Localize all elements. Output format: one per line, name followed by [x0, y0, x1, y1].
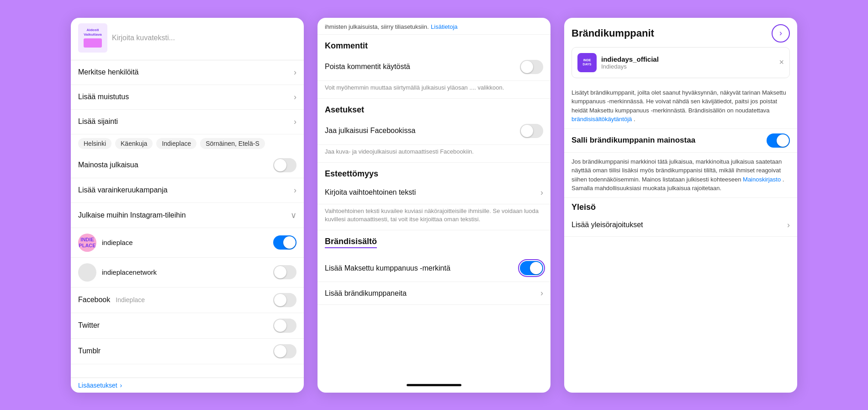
alt-text-description: Vaihtoehtoinen teksti kuvailee kuviasi n…	[318, 204, 550, 230]
campaign-item[interactable]: Lisää varainkeruukampanja ›	[71, 178, 304, 203]
advertise-toggle[interactable]	[273, 158, 296, 172]
tumblr-toggle[interactable]	[273, 344, 296, 358]
chevron-right-icon: ›	[540, 288, 543, 298]
avatar-indieplacenetwork	[78, 263, 96, 282]
paid-partnership-toggle[interactable]	[520, 261, 543, 275]
chevron-right-icon: ›	[294, 117, 296, 127]
chevron-right-icon: ›	[787, 220, 790, 230]
allow-brand-advertise-row[interactable]: Salli brändikumppanin mainostaa	[564, 128, 797, 153]
audience-section-title: Yleisö	[564, 197, 797, 214]
brand-policy-link[interactable]: brändisisältökäytäntöjä	[572, 116, 632, 122]
ad-library-link[interactable]: Mainoskirjasto	[743, 176, 781, 183]
settings-section-header: Asetukset	[318, 99, 550, 117]
bottom-settings-link[interactable]: Lisäasetukset ›	[71, 378, 304, 393]
remove-partner-button[interactable]: ×	[779, 58, 784, 67]
twitter-share-item[interactable]: Twitter	[71, 313, 304, 339]
brand-partners-header: Brändikumppanit ›	[564, 18, 797, 47]
add-reminder-item[interactable]: Lisää muistutus ›	[71, 85, 304, 110]
panel-advanced-settings: ihmisten julkaisuista, siirry tiliasetuk…	[318, 18, 550, 393]
advertise-item[interactable]: Mainosta julkaisua	[71, 153, 304, 178]
add-brand-partners-row[interactable]: Lisää brändikumppaneita ›	[318, 282, 550, 305]
info-text: ihmisten julkaisuista, siirry tiliasetuk…	[325, 23, 429, 30]
allow-brand-advertise-toggle[interactable]	[767, 133, 790, 148]
add-audience-restrictions-row[interactable]: Lisää yleisörajoitukset ›	[564, 214, 797, 237]
tumblr-share-item[interactable]: Tumblr	[71, 339, 304, 364]
caption-input[interactable]: Kirjoita kuvateksti...	[112, 34, 296, 42]
chevron-right-icon: ›	[294, 92, 296, 102]
forward-button[interactable]: ›	[772, 24, 790, 43]
disable-comments-row[interactable]: Poista kommentit käytöstä	[318, 53, 550, 81]
tag-helsinki[interactable]: Helsinki	[78, 138, 111, 149]
twitter-toggle[interactable]	[273, 319, 296, 333]
post-thumbnail: AidostiVaikuttava	[78, 23, 107, 53]
facebook-share-item[interactable]: Facebook Indieplace	[71, 288, 304, 313]
brand-content-row: Brändisisältö	[318, 230, 550, 255]
chevron-right-icon: ›	[294, 68, 296, 77]
facebook-toggle[interactable]	[273, 293, 296, 307]
chevron-right-icon: ›	[540, 188, 543, 197]
tag-kaenkuja[interactable]: Käenkuja	[115, 138, 153, 149]
brand-description-text: Lisätyt brändikumppanit, joilta olet saa…	[564, 84, 797, 128]
add-location-item[interactable]: Lisää sijainti ›	[71, 110, 304, 134]
indieplacenetwork-toggle[interactable]	[273, 265, 296, 279]
comments-description: Voit myöhemmin muuttaa siirtymällä julka…	[318, 81, 550, 99]
brand-partner-row: INDEDAYS indiedays_official Indiedays ×	[577, 53, 784, 72]
brand-advertise-description: Jos brändikumppanisi markkinoi tätä julk…	[564, 153, 797, 197]
accessibility-section-header: Esteettömyys	[318, 163, 550, 181]
avatar-indieplace: INDIEPLACE	[78, 234, 96, 252]
indieplace-toggle[interactable]	[273, 235, 296, 250]
share-facebook-row[interactable]: Jaa julkaisusi Facebookissa	[318, 117, 550, 145]
brand-logo: INDEDAYS	[577, 53, 597, 72]
info-link[interactable]: Lisätietoja	[431, 23, 458, 30]
account-indieplace[interactable]: INDIEPLACE indieplace	[71, 228, 304, 258]
home-indicator	[407, 384, 461, 386]
settings-scroll: Merkitse henkilöitä › Lisää muistutus › …	[71, 60, 304, 393]
share-fb-description: Jaa kuva- ja videojulkaisusi automaattis…	[318, 145, 550, 163]
tag-sornäinen[interactable]: Sörnäinen, Etelä-S	[200, 138, 265, 149]
account-indieplacenetwork[interactable]: indieplacenetwork	[71, 258, 304, 288]
alt-text-row[interactable]: Kirjoita vaihtoehtoinen teksti ›	[318, 181, 550, 204]
panel-brand-partners: Brändikumppanit › INDEDAYS indiedays_off…	[564, 18, 797, 393]
chevron-right-icon: ›	[294, 186, 296, 195]
tag-indieplace[interactable]: Indieplace	[156, 138, 196, 149]
location-tags: Helsinki Käenkuja Indieplace Sörnäinen, …	[71, 134, 304, 153]
disable-comments-toggle[interactable]	[520, 60, 543, 74]
caption-section: AidostiVaikuttava Kirjoita kuvateksti...	[71, 18, 304, 60]
comments-section-header: Kommentit	[318, 35, 550, 53]
chevron-down-icon[interactable]: ∨	[291, 210, 296, 220]
brand-partner-card: INDEDAYS indiedays_official Indiedays ×	[572, 47, 790, 78]
share-facebook-toggle[interactable]	[520, 124, 543, 138]
panel-post-settings: AidostiVaikuttava Kirjoita kuvateksti...…	[71, 18, 304, 393]
share-section-header: Julkaise muihin Instagram-tileihin ∨	[71, 203, 304, 228]
paid-partnership-row[interactable]: Lisää Maksettu kumppanuus -merkintä	[318, 255, 550, 282]
tag-people-item[interactable]: Merkitse henkilöitä ›	[71, 60, 304, 85]
